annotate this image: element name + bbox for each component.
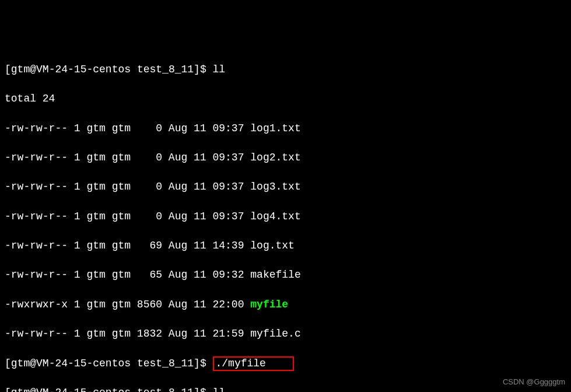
bracket-open: [ <box>5 387 11 392</box>
command-ll: ll <box>213 64 226 75</box>
file-perms: -rw-rw-r-- 1 gtm gtm 0 Aug 11 09:37 <box>5 181 250 192</box>
file-row: -rw-rw-r-- 1 gtm gtm 0 Aug 11 09:37 log1… <box>5 121 566 136</box>
file-name-exec: myfile <box>250 299 288 310</box>
file-row: -rw-rw-r-- 1 gtm gtm 65 Aug 11 09:32 mak… <box>5 268 566 282</box>
prompt-user: gtm <box>11 358 30 369</box>
file-row: -rw-rw-r-- 1 gtm gtm 1832 Aug 11 21:59 m… <box>5 327 566 341</box>
file-perms: -rw-rw-r-- 1 gtm gtm 65 Aug 11 09:32 <box>5 269 250 281</box>
prompt-host: VM-24-15-centos <box>36 358 131 369</box>
file-row: -rwxrwxr-x 1 gtm gtm 8560 Aug 11 22:00 m… <box>5 298 566 312</box>
prompt-line[interactable]: [gtm@VM-24-15-centos test_8_11]$ ./myfil… <box>5 356 566 372</box>
bracket-open: [ <box>5 358 11 369</box>
bracket-close: ]$ <box>194 358 212 369</box>
file-name: log3.txt <box>250 181 300 192</box>
file-row: -rw-rw-r-- 1 gtm gtm 69 Aug 11 14:39 log… <box>5 239 566 253</box>
file-name: log4.txt <box>250 211 300 222</box>
file-perms: -rwxrwxr-x 1 gtm gtm 8560 Aug 11 22:00 <box>5 299 250 310</box>
prompt-user: gtm <box>11 387 30 392</box>
file-name: makefile <box>250 269 300 281</box>
bracket-close: ]$ <box>194 387 212 392</box>
command-ll: ll <box>213 387 226 392</box>
file-perms: -rw-rw-r-- 1 gtm gtm 0 Aug 11 09:37 <box>5 123 250 134</box>
prompt-line[interactable]: [gtm@VM-24-15-centos test_8_11]$ ll <box>5 386 566 392</box>
prompt-at: @ <box>30 387 36 392</box>
file-perms: -rw-rw-r-- 1 gtm gtm 1832 Aug 11 21:59 <box>5 328 250 340</box>
bracket-open: [ <box>5 64 11 75</box>
prompt-at: @ <box>30 64 36 75</box>
file-perms: -rw-rw-r-- 1 gtm gtm 0 Aug 11 09:37 <box>5 211 250 222</box>
file-name: log2.txt <box>250 152 300 163</box>
watermark: CSDN @Gggggtm <box>503 377 565 387</box>
prompt-dir: test_8_11 <box>137 358 194 369</box>
prompt-host: VM-24-15-centos <box>36 387 131 392</box>
file-row: -rw-rw-r-- 1 gtm gtm 0 Aug 11 09:37 log2… <box>5 150 566 165</box>
file-perms: -rw-rw-r-- 1 gtm gtm 69 Aug 11 14:39 <box>5 240 250 251</box>
prompt-dir: test_8_11 <box>137 387 194 392</box>
highlight-box: ./myfile <box>213 356 295 372</box>
file-name: myfile.c <box>250 328 300 340</box>
file-row: -rw-rw-r-- 1 gtm gtm 0 Aug 11 09:37 log4… <box>5 209 566 224</box>
file-name: log1.txt <box>250 123 300 134</box>
prompt-line[interactable]: [gtm@VM-24-15-centos test_8_11]$ ll <box>5 62 566 77</box>
prompt-user: gtm <box>11 64 30 75</box>
total-line: total 24 <box>5 92 566 106</box>
command-runfile: ./myfile <box>216 358 266 369</box>
file-perms: -rw-rw-r-- 1 gtm gtm 0 Aug 11 09:37 <box>5 152 250 163</box>
bracket-close: ]$ <box>194 64 212 75</box>
prompt-at: @ <box>30 358 36 369</box>
file-row: -rw-rw-r-- 1 gtm gtm 0 Aug 11 09:37 log3… <box>5 180 566 194</box>
prompt-dir: test_8_11 <box>137 64 194 75</box>
prompt-host: VM-24-15-centos <box>36 64 131 75</box>
file-name: log.txt <box>250 240 295 251</box>
